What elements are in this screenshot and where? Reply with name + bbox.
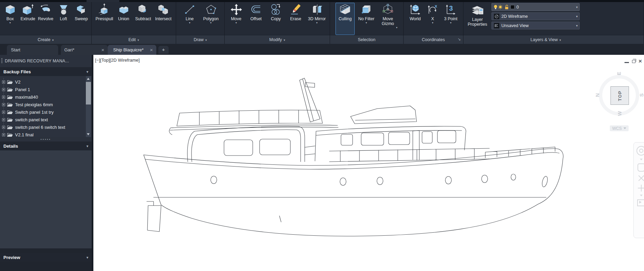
- panel-title-coordinates[interactable]: Coordinates: [404, 35, 463, 44]
- world-ucs-button[interactable]: World: [406, 3, 424, 35]
- details-header[interactable]: Details: [0, 141, 92, 150]
- ribbon-panel-create: Box Extrude Revolve Loft Sweep: [0, 0, 92, 44]
- layer-combo[interactable]: 0: [491, 3, 580, 11]
- backup-file-item[interactable]: Panel 1: [0, 86, 92, 93]
- revolve-button[interactable]: Revolve: [37, 3, 54, 35]
- button-label: Sweep: [75, 16, 88, 21]
- button-label: No Filter: [358, 16, 374, 21]
- expand-icon[interactable]: [2, 126, 5, 129]
- backup-files-header[interactable]: Backup Files: [0, 67, 92, 76]
- scroll-up-icon[interactable]: [87, 78, 90, 80]
- x-axis-button[interactable]: x X: [425, 3, 441, 35]
- preview-header[interactable]: Preview: [0, 253, 92, 262]
- expand-icon[interactable]: [2, 118, 5, 121]
- viewport-controls-label[interactable]: [−][Top][2D Wireframe]: [95, 58, 140, 63]
- backup-file-item[interactable]: maxima840: [0, 93, 92, 101]
- compass-east[interactable]: E: [616, 72, 622, 75]
- button-label: Move Gizmo: [382, 16, 394, 26]
- tab-ship-blaquicre[interactable]: Ship Blaquicre*: [108, 45, 156, 55]
- panel-splitter[interactable]: [0, 137, 92, 141]
- expand-icon[interactable]: [2, 111, 5, 114]
- subtract-button[interactable]: Subtract: [133, 3, 153, 35]
- view-combo[interactable]: Unsaved View: [491, 22, 580, 29]
- backup-file-item[interactable]: switch panel text: [0, 116, 92, 123]
- chevron-down-icon: [87, 70, 88, 74]
- union-icon: [118, 3, 130, 16]
- backup-file-item[interactable]: switch panel 6 switch text: [0, 123, 92, 131]
- panel-launcher-icon[interactable]: [458, 37, 461, 41]
- compass-south[interactable]: S: [639, 93, 644, 97]
- expand-icon[interactable]: [2, 96, 5, 99]
- panel-title-draw[interactable]: Draw: [176, 35, 224, 44]
- new-tab-button[interactable]: [158, 46, 169, 54]
- move-button[interactable]: Move: [227, 3, 246, 35]
- viewcube[interactable]: TOP: [610, 86, 629, 105]
- line-button[interactable]: Line: [181, 3, 199, 35]
- move-gizmo-button[interactable]: Move Gizmo: [378, 3, 398, 35]
- compass-west[interactable]: W: [617, 111, 622, 116]
- box-button[interactable]: Box: [2, 3, 19, 35]
- minimize-icon[interactable]: [625, 62, 629, 63]
- button-label: Polygon: [203, 16, 219, 21]
- panel-title-selection[interactable]: Selection: [330, 35, 403, 44]
- loft-button[interactable]: Loft: [55, 3, 72, 35]
- drawing-viewport[interactable]: [−][Top][2D Wireframe] TOP E N W S WCS: [93, 55, 644, 271]
- sweep-button[interactable]: Sweep: [73, 3, 90, 35]
- close-icon[interactable]: [639, 59, 642, 63]
- chevron-down-icon[interactable]: [640, 159, 643, 160]
- copy-button[interactable]: Copy: [266, 3, 286, 35]
- expand-icon[interactable]: [2, 81, 5, 84]
- backup-file-item[interactable]: Switch panel 1st try: [0, 108, 92, 116]
- offset-button[interactable]: Offset: [247, 3, 266, 35]
- grip-handle-icon[interactable]: [1, 58, 2, 64]
- button-label: Loft: [60, 16, 67, 21]
- tab-gari[interactable]: Gari*: [61, 45, 108, 55]
- backup-file-item[interactable]: V2.1 final: [0, 131, 92, 137]
- zoom-icon[interactable]: [638, 175, 644, 182]
- culling-button[interactable]: Culling: [336, 3, 355, 35]
- panel-title-layers-view[interactable]: Layers & View: [463, 35, 644, 44]
- 3d-mirror-button[interactable]: 3D Mirror: [306, 3, 328, 35]
- close-icon[interactable]: [150, 47, 153, 52]
- folder-icon: [7, 125, 13, 130]
- expand-icon[interactable]: [2, 88, 5, 91]
- extrude-button[interactable]: Extrude: [19, 3, 37, 35]
- expand-icon[interactable]: [2, 103, 5, 106]
- compass-north[interactable]: N: [594, 93, 600, 97]
- backup-file-item[interactable]: Test plexiglas 6mm: [0, 101, 92, 108]
- union-button[interactable]: Union: [115, 3, 133, 35]
- chevron-down-icon: [137, 37, 139, 42]
- erase-button[interactable]: Erase: [286, 3, 305, 35]
- tree-scrollbar[interactable]: [86, 76, 91, 137]
- pan-icon[interactable]: [638, 163, 644, 172]
- close-icon[interactable]: [101, 47, 104, 52]
- section-gap: [0, 248, 92, 253]
- expand-icon[interactable]: [2, 133, 5, 136]
- orbit-icon[interactable]: [638, 185, 644, 192]
- button-label: Intersect: [155, 16, 172, 21]
- wcs-menu[interactable]: WCS: [610, 125, 629, 131]
- tab-label: Start: [11, 47, 20, 52]
- panel-title-modify[interactable]: Modify: [225, 35, 330, 44]
- presspull-button[interactable]: Presspull: [95, 3, 114, 35]
- box-icon: [4, 3, 16, 16]
- navigation-bar[interactable]: [633, 142, 644, 238]
- showmotion-icon[interactable]: [637, 199, 644, 206]
- panel-title-create[interactable]: Create: [0, 35, 91, 44]
- 3-point-button[interactable]: 3 3 Point: [441, 3, 460, 35]
- intersect-button[interactable]: Intersect: [154, 3, 173, 35]
- visual-style-combo[interactable]: 2D Wireframe: [491, 12, 580, 20]
- panel-title-edit[interactable]: Edit: [92, 35, 176, 44]
- scrollbar-thumb[interactable]: [86, 82, 91, 104]
- preview-body: [0, 262, 92, 271]
- nav-wheel-icon[interactable]: [636, 146, 644, 156]
- chevron-down-icon[interactable]: [640, 195, 643, 196]
- offset-icon: [250, 3, 262, 16]
- tab-start[interactable]: Start: [7, 45, 58, 55]
- polygon-button[interactable]: Polygon: [202, 3, 220, 35]
- scroll-down-icon[interactable]: [87, 133, 90, 135]
- layer-properties-button[interactable]: Layer Properties: [466, 3, 489, 35]
- no-filter-button[interactable]: No Filter: [355, 3, 377, 35]
- backup-file-item[interactable]: V2: [0, 78, 92, 86]
- restore-icon[interactable]: [632, 60, 635, 63]
